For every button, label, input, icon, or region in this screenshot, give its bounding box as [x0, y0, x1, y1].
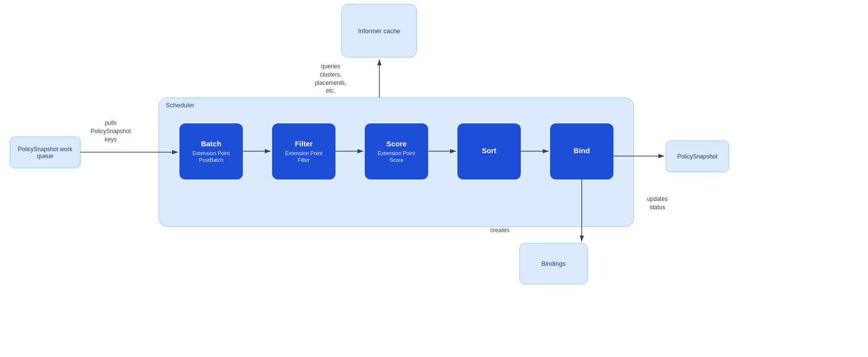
policy-snapshot-out-box: PolicySnapshot: [666, 140, 729, 172]
sort-title: Sort: [482, 146, 496, 155]
batch-title: Batch: [201, 139, 221, 148]
diagram-container: Informer cache Scheduler Batch Extension…: [0, 0, 868, 357]
score-box: Score Extension PointScore: [365, 123, 428, 179]
creates-label: creates: [480, 226, 519, 235]
bindings-box: Bindings: [519, 243, 588, 284]
policy-queue-box: PolicySnapshot work queue: [10, 137, 80, 168]
batch-box: Batch Extension PointPostBatch: [179, 123, 243, 179]
scheduler-label: Scheduler: [166, 101, 195, 109]
informer-cache-box: Informer cache: [341, 4, 417, 58]
updates-label: updatesstatus: [638, 195, 677, 212]
pulls-label: pullsPolicySnapshotkeys: [84, 119, 138, 143]
bind-title: Bind: [573, 146, 590, 155]
score-subtitle: Extension PointScore: [378, 150, 415, 164]
score-title: Score: [386, 139, 407, 148]
informer-cache-label: Informer cache: [358, 27, 400, 35]
queries-label: queriesclusters,placements,etc.: [306, 62, 355, 95]
filter-box: Filter Extension PointFilter: [272, 123, 335, 179]
filter-subtitle: Extension PointFilter: [285, 150, 322, 164]
bindings-label: Bindings: [541, 260, 566, 267]
sort-box: Sort: [457, 123, 521, 179]
filter-title: Filter: [295, 139, 313, 148]
policy-queue-label: PolicySnapshot work queue: [10, 146, 80, 159]
batch-subtitle: Extension PointPostBatch: [193, 150, 230, 164]
bind-box: Bind: [550, 123, 613, 179]
policy-snapshot-out-label: PolicySnapshot: [677, 153, 718, 160]
